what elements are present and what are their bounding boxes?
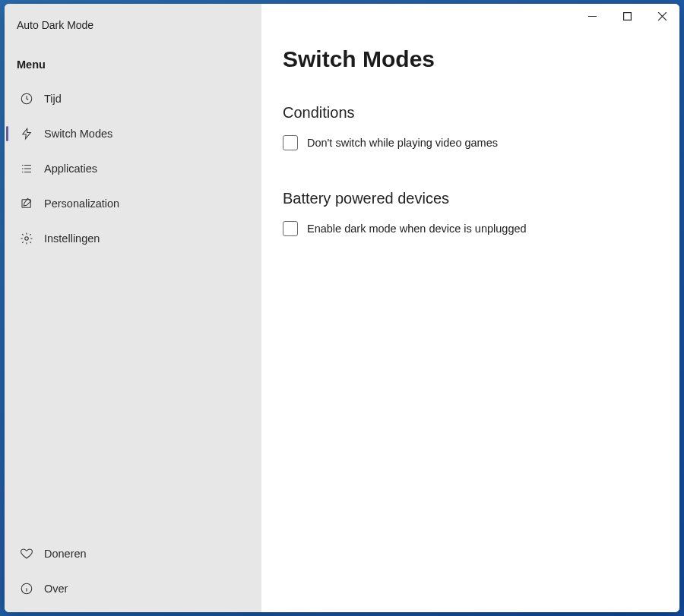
heart-icon: [20, 547, 33, 561]
sidebar-item-label: Applicaties: [44, 163, 97, 175]
section-conditions: Conditions Don't switch while playing vi…: [261, 72, 679, 150]
app-window: Auto Dark Mode Menu Tijd Switch Modes Ap…: [5, 4, 679, 612]
sidebar: Auto Dark Mode Menu Tijd Switch Modes Ap…: [5, 4, 261, 612]
section-title: Battery powered devices: [283, 190, 658, 207]
checkbox-label: Don't switch while playing video games: [307, 137, 498, 149]
sidebar-item-label: Doneren: [44, 548, 87, 560]
checkbox-label: Enable dark mode when device is unplugge…: [307, 223, 527, 235]
sidebar-item-personalization[interactable]: Personalization: [5, 186, 261, 221]
edit-square-icon: [20, 197, 33, 210]
sidebar-item-label: Over: [44, 583, 68, 595]
sidebar-item-label: Personalization: [44, 197, 119, 210]
sidebar-heading: Menu: [5, 31, 261, 81]
sidebar-item-instellingen[interactable]: Instellingen: [5, 221, 261, 256]
content-pane: Switch Modes Conditions Don't switch whi…: [261, 4, 679, 612]
option-row: Don't switch while playing video games: [283, 135, 658, 150]
sidebar-item-over[interactable]: Over: [5, 571, 261, 606]
lightning-icon: [20, 127, 33, 141]
section-battery: Battery powered devices Enable dark mode…: [261, 150, 679, 236]
maximize-button[interactable]: [610, 4, 644, 28]
sidebar-item-tijd[interactable]: Tijd: [5, 81, 261, 116]
list-icon: [20, 162, 33, 175]
sidebar-item-label: Tijd: [44, 93, 62, 105]
nav-list: Tijd Switch Modes Applicaties Personaliz…: [5, 81, 261, 256]
gear-icon: [20, 232, 33, 245]
sidebar-item-applicaties[interactable]: Applicaties: [5, 151, 261, 186]
checkbox-unplugged[interactable]: [283, 221, 298, 236]
sidebar-item-switch-modes[interactable]: Switch Modes: [5, 116, 261, 151]
info-icon: [20, 582, 33, 595]
clock-icon: [20, 92, 33, 106]
sidebar-item-doneren[interactable]: Doneren: [5, 536, 261, 571]
titlebar-controls: [575, 4, 679, 28]
minimize-button[interactable]: [575, 4, 610, 28]
svg-rect-4: [623, 12, 631, 20]
svg-point-2: [25, 237, 29, 241]
close-button[interactable]: [644, 4, 679, 28]
sidebar-item-label: Instellingen: [44, 232, 100, 245]
section-title: Conditions: [283, 104, 658, 122]
footer-nav-list: Doneren Over: [5, 536, 261, 612]
app-title: Auto Dark Mode: [5, 16, 261, 31]
sidebar-item-label: Switch Modes: [44, 128, 112, 140]
checkbox-video-games[interactable]: [283, 135, 298, 150]
option-row: Enable dark mode when device is unplugge…: [283, 221, 658, 236]
